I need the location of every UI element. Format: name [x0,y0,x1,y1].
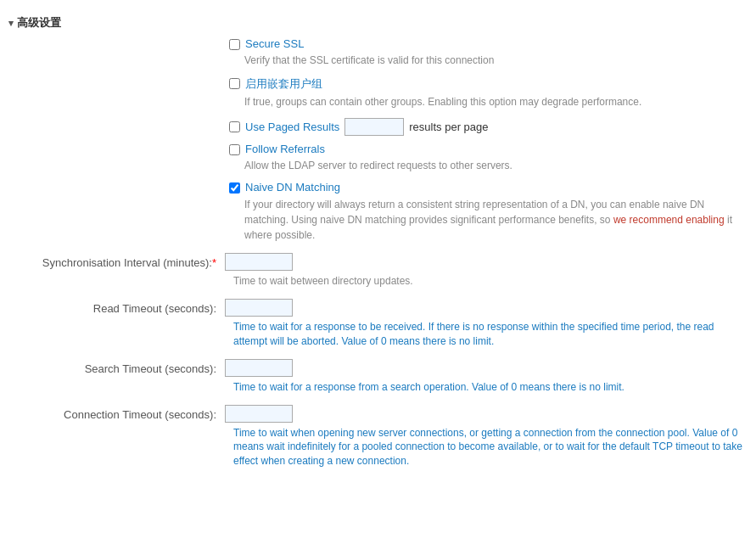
search-timeout-input[interactable]: 60 [225,359,293,377]
sync-interval-help: Time to wait between directory updates. [233,274,748,289]
connection-timeout-input[interactable]: 10 [225,405,293,423]
read-timeout-input-wrap: 120 [225,299,293,317]
paged-results-row: Use Paged Results 1000 results per page [229,118,748,136]
secure-ssl-row: Secure SSL [229,37,748,50]
naive-dn-checkbox[interactable] [229,182,240,194]
nested-groups-help: If true, groups can contain other groups… [229,95,748,109]
sync-interval-label: Synchronisation Interval (minutes):* [8,253,225,269]
read-timeout-row: Read Timeout (seconds): 120 [8,299,748,317]
search-timeout-label: Search Timeout (seconds): [8,359,225,375]
search-timeout-row: Search Timeout (seconds): 60 [8,359,748,377]
paged-results-label: Use Paged Results [245,121,339,133]
secure-ssl-label: Secure SSL [245,37,304,50]
search-timeout-input-wrap: 60 [225,359,293,377]
naive-dn-help: If your directory will always return a c… [229,197,748,243]
nested-groups-checkbox[interactable] [229,78,240,89]
connection-timeout-label: Connection Timeout (seconds): [8,405,225,421]
paged-results-input[interactable]: 1000 [344,118,404,136]
advanced-settings-content: Secure SSL Verify that the SSL certifica… [0,37,756,487]
sync-interval-input[interactable]: 60 [225,253,293,271]
paged-results-suffix: results per page [409,121,488,133]
sync-interval-required: * [212,256,216,269]
paged-results-checkbox[interactable] [229,121,240,132]
secure-ssl-help: Verify that the SSL certificate is valid… [229,53,748,68]
read-timeout-input[interactable]: 120 [225,299,293,317]
naive-dn-label: Naive DN Matching [245,181,340,194]
secure-ssl-checkbox[interactable] [229,39,240,50]
nested-groups-row: 启用嵌套用户组 [229,76,748,92]
naive-dn-recommend: we recommend enabling [613,214,725,226]
connection-timeout-help: Time to wait when opening new server con… [233,426,748,468]
sync-interval-input-wrap: 60 [225,253,293,271]
naive-dn-row: Naive DN Matching [229,181,748,194]
nested-groups-label: 启用嵌套用户组 [245,76,322,92]
collapse-arrow-icon: ▾ [8,18,14,29]
follow-referrals-label: Follow Referrals [245,143,325,155]
search-timeout-help: Time to wait for a response from a searc… [233,380,748,395]
section-title: 高级设置 [17,15,61,31]
follow-referrals-checkbox[interactable] [229,144,240,155]
read-timeout-label: Read Timeout (seconds): [8,299,225,315]
advanced-settings-header[interactable]: ▾ 高级设置 [0,8,756,37]
sync-interval-row: Synchronisation Interval (minutes):* 60 [8,253,748,271]
connection-timeout-input-wrap: 10 [225,405,293,423]
follow-referrals-row: Follow Referrals [229,143,748,155]
read-timeout-help: Time to wait for a response to be receiv… [233,320,748,349]
connection-timeout-row: Connection Timeout (seconds): 10 [8,405,748,423]
follow-referrals-help: Allow the LDAP server to redirect reques… [229,159,748,173]
